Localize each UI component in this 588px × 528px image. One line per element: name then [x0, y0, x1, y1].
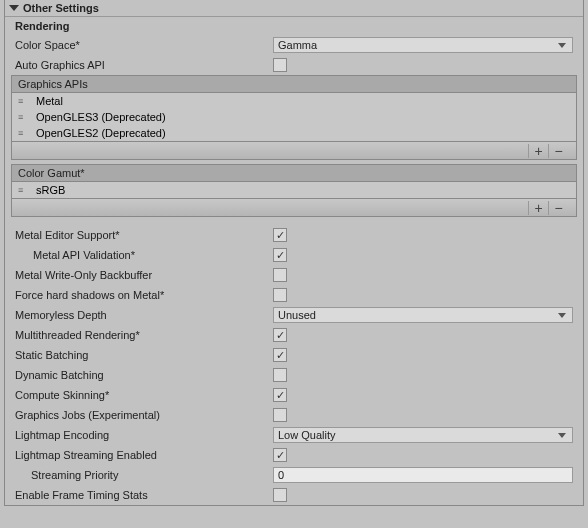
lightmap-encoding-label: Lightmap Encoding [15, 429, 273, 441]
streaming-priority-input[interactable]: 0 [273, 467, 573, 483]
compute-skinning-checkbox[interactable] [273, 388, 287, 402]
metal-api-validation-label: Metal API Validation* [15, 249, 273, 261]
collapse-triangle-icon [9, 5, 19, 11]
static-batching-label: Static Batching [15, 349, 273, 361]
graphics-jobs-label: Graphics Jobs (Experimental) [15, 409, 273, 421]
drag-handle-icon[interactable]: ≡ [18, 128, 30, 138]
color-gamut-header: Color Gamut* [11, 164, 577, 182]
metal-write-only-label: Metal Write-Only Backbuffer [15, 269, 273, 281]
force-hard-shadows-checkbox[interactable] [273, 288, 287, 302]
streaming-priority-label: Streaming Priority [15, 469, 273, 481]
auto-graphics-api-label: Auto Graphics API [15, 59, 273, 71]
metal-write-only-checkbox[interactable] [273, 268, 287, 282]
compute-skinning-label: Compute Skinning* [15, 389, 273, 401]
lightmap-streaming-checkbox[interactable] [273, 448, 287, 462]
section-title: Other Settings [23, 2, 99, 14]
list-item-label: OpenGLES3 (Deprecated) [36, 111, 166, 123]
frame-timing-checkbox[interactable] [273, 488, 287, 502]
add-button[interactable]: + [528, 201, 548, 215]
graphics-jobs-checkbox[interactable] [273, 408, 287, 422]
force-hard-shadows-label: Force hard shadows on Metal* [15, 289, 273, 301]
add-button[interactable]: + [528, 144, 548, 158]
lightmap-encoding-dropdown[interactable]: Low Quality [273, 427, 573, 443]
streaming-priority-value: 0 [278, 469, 284, 481]
color-space-dropdown[interactable]: Gamma [273, 37, 573, 53]
graphics-apis-header: Graphics APIs [11, 75, 577, 93]
color-gamut-list: Color Gamut* ≡ sRGB + − [11, 164, 577, 217]
drag-handle-icon[interactable]: ≡ [18, 185, 30, 195]
multithreaded-rendering-checkbox[interactable] [273, 328, 287, 342]
list-item-label: Metal [36, 95, 63, 107]
memoryless-depth-dropdown[interactable]: Unused [273, 307, 573, 323]
remove-button[interactable]: − [548, 144, 568, 158]
list-item[interactable]: ≡ OpenGLES3 (Deprecated) [12, 109, 576, 125]
section-header[interactable]: Other Settings [5, 0, 583, 17]
memoryless-depth-value: Unused [278, 309, 316, 321]
subsection-title: Rendering [5, 17, 583, 35]
graphics-apis-list: Graphics APIs ≡ Metal ≡ OpenGLES3 (Depre… [11, 75, 577, 160]
memoryless-depth-label: Memoryless Depth [15, 309, 273, 321]
metal-editor-support-label: Metal Editor Support* [15, 229, 273, 241]
multithreaded-rendering-label: Multithreaded Rendering* [15, 329, 273, 341]
lightmap-encoding-value: Low Quality [278, 429, 335, 441]
frame-timing-label: Enable Frame Timing Stats [15, 489, 273, 501]
metal-api-validation-checkbox[interactable] [273, 248, 287, 262]
color-space-label: Color Space* [15, 39, 273, 51]
list-item[interactable]: ≡ OpenGLES2 (Deprecated) [12, 125, 576, 141]
remove-button[interactable]: − [548, 201, 568, 215]
list-item-label: sRGB [36, 184, 65, 196]
drag-handle-icon[interactable]: ≡ [18, 112, 30, 122]
list-item[interactable]: ≡ Metal [12, 93, 576, 109]
lightmap-streaming-label: Lightmap Streaming Enabled [15, 449, 273, 461]
drag-handle-icon[interactable]: ≡ [18, 96, 30, 106]
color-space-value: Gamma [278, 39, 317, 51]
dynamic-batching-label: Dynamic Batching [15, 369, 273, 381]
auto-graphics-api-checkbox[interactable] [273, 58, 287, 72]
dynamic-batching-checkbox[interactable] [273, 368, 287, 382]
static-batching-checkbox[interactable] [273, 348, 287, 362]
metal-editor-support-checkbox[interactable] [273, 228, 287, 242]
list-item-label: OpenGLES2 (Deprecated) [36, 127, 166, 139]
list-item[interactable]: ≡ sRGB [12, 182, 576, 198]
